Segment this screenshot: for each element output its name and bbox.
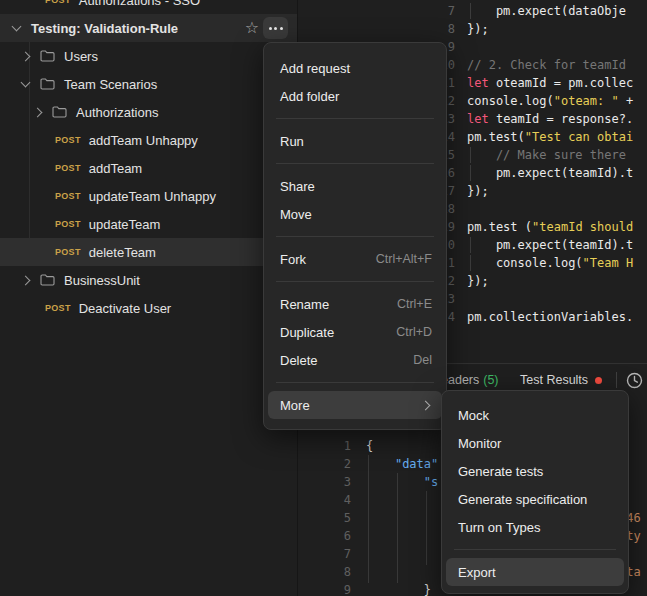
history-icon[interactable] [626, 372, 643, 389]
menu-item-label: Duplicate [280, 325, 334, 340]
submenu-item-mock[interactable]: Mock [446, 401, 624, 429]
submenu-item-export[interactable]: Export [446, 558, 624, 586]
menu-item-label: Generate tests [458, 464, 543, 479]
collection-name: Testing: Validation-Rule [31, 21, 178, 36]
menu-item-label: Delete [280, 353, 318, 368]
chevron-right-icon[interactable] [21, 275, 31, 285]
sidebar-item-updateteam[interactable]: POSTupdateTeam [0, 210, 297, 238]
request-label: Deactivate User [79, 301, 171, 316]
code-text: // Make sure there [467, 146, 633, 164]
submenu-item-turn-on-types[interactable]: Turn on Types [446, 513, 624, 541]
menu-item-rename[interactable]: RenameCtrl+E [268, 290, 442, 318]
menu-item-shortcut: Ctrl+E [397, 297, 432, 311]
menu-item-shortcut: Ctrl+Alt+F [376, 252, 432, 266]
json-text: } [366, 581, 431, 596]
folder-label: Users [64, 49, 98, 64]
menu-item-share[interactable]: Share [268, 172, 442, 200]
menu-item-more[interactable]: More [268, 391, 442, 419]
method-badge: POST [55, 247, 81, 257]
postman-app: { "colors": { "accent_method_post": "#cb… [0, 0, 647, 596]
menu-item-duplicate[interactable]: DuplicateCtrl+D [268, 318, 442, 346]
menu-item-move[interactable]: Move [268, 200, 442, 228]
code-text: pm.expect(dataObje [467, 2, 626, 20]
menu-item-label: Rename [280, 297, 329, 312]
json-indent-guide [426, 491, 427, 565]
menu-item-shortcut: Ctrl+D [396, 325, 432, 339]
menu-item-label: Move [280, 207, 312, 222]
folder-icon [52, 106, 67, 118]
code-text: }); [467, 182, 489, 200]
line-number: 7 [298, 2, 455, 20]
sidebar-item-addteam-unhappy[interactable]: POSTaddTeam Unhappy [0, 126, 297, 154]
line-number: 8 [298, 20, 455, 38]
sidebar-item-businessunit[interactable]: BusinessUnit [0, 266, 297, 294]
method-badge: POST [55, 163, 81, 173]
star-icon[interactable]: ☆ [245, 20, 259, 36]
chevron-down-icon[interactable] [12, 22, 22, 32]
submenu-item-generate-tests[interactable]: Generate tests [446, 457, 624, 485]
sidebar-item-authorizations[interactable]: Authorizations [0, 98, 297, 126]
collections-sidebar: POST Authorizations - SSO Testing: Valid… [0, 0, 298, 596]
menu-item-fork[interactable]: ForkCtrl+Alt+F [268, 245, 442, 273]
submenu-item-generate-specification[interactable]: Generate specification [446, 485, 624, 513]
chevron-right-icon[interactable] [21, 51, 31, 61]
menu-item-label: Fork [280, 252, 306, 267]
menu-item-label: Export [458, 565, 496, 580]
menu-item-label: Monitor [458, 436, 501, 451]
method-badge: POST [55, 219, 81, 229]
json-indent-guide [368, 455, 369, 583]
collection-row-testing-validation-rule[interactable]: Testing: Validation-Rule ☆ [0, 14, 297, 42]
chevron-right-icon[interactable] [33, 107, 43, 117]
more-options-button[interactable] [263, 17, 288, 39]
code-text: console.log("oteam: " + [467, 92, 633, 110]
line-number: 9 [298, 581, 351, 596]
line-number: 3 [298, 473, 351, 491]
menu-divider [276, 281, 434, 282]
request-label: updateTeam [89, 217, 161, 232]
folder-icon [40, 274, 55, 286]
sidebar-item-addteam[interactable]: POSTaddTeam [0, 154, 297, 182]
request-label: addTeam Unhappy [89, 133, 198, 148]
sidebar-item-deactivate-user[interactable]: POSTDeactivate User [0, 294, 297, 322]
menu-item-add-request[interactable]: Add request [268, 54, 442, 82]
code-text: console.log("Team H [467, 254, 633, 272]
code-text: pm.expect(teamId).t [467, 164, 633, 182]
code-text: let oteamId = pm.collec [467, 74, 633, 92]
menu-item-label: Turn on Types [458, 520, 540, 535]
code-text: pm.collectionVariables. [467, 308, 633, 326]
code-text: }); [467, 272, 489, 290]
menu-item-label: Generate specification [458, 492, 587, 507]
submenu-item-monitor[interactable]: Monitor [446, 429, 624, 457]
json-indent-guide [397, 473, 398, 583]
sidebar-item-authorizations-sso[interactable]: POST Authorizations - SSO [0, 0, 297, 14]
menu-divider [276, 118, 434, 119]
menu-item-label: Add folder [280, 89, 339, 104]
menu-item-run[interactable]: Run [268, 127, 442, 155]
method-badge: POST [55, 191, 81, 201]
request-label: Authorizations - SSO [79, 0, 200, 8]
menu-divider [454, 549, 616, 550]
menu-item-add-folder[interactable]: Add folder [268, 82, 442, 110]
request-label: updateTeam Unhappy [89, 189, 216, 204]
sidebar-item-team-scenarios[interactable]: Team Scenarios [0, 70, 297, 98]
method-badge: POST [45, 0, 71, 5]
menu-item-delete[interactable]: DeleteDel [268, 346, 442, 374]
menu-item-label: Mock [458, 408, 489, 423]
line-number: 2 [298, 455, 351, 473]
code-text: }); [467, 20, 489, 38]
chevron-down-icon[interactable] [21, 78, 31, 88]
sidebar-item-deleteteam[interactable]: POSTdeleteTeam [0, 238, 297, 266]
sidebar-item-users[interactable]: Users [0, 42, 297, 70]
method-badge: POST [45, 303, 71, 313]
line-number: 5 [298, 509, 351, 527]
sidebar-item-updateteam-unhappy[interactable]: POSTupdateTeam Unhappy [0, 182, 297, 210]
code-text: pm.expect(teamId).t [467, 236, 633, 254]
code-indent-guide [470, 3, 471, 19]
request-label: addTeam [89, 161, 142, 176]
menu-item-label: Add request [280, 61, 350, 76]
folder-label: Team Scenarios [64, 77, 157, 92]
code-indent-guide [470, 165, 471, 181]
menu-divider [276, 382, 434, 383]
folder-icon [40, 78, 55, 90]
menu-item-label: Run [280, 134, 304, 149]
